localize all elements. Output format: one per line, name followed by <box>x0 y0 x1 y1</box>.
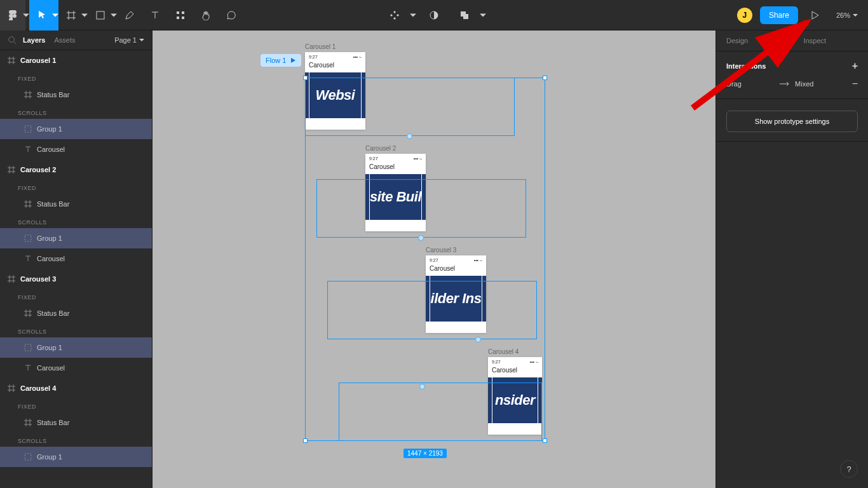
group-icon <box>24 234 32 242</box>
frame-label[interactable]: Carousel 4 <box>488 348 519 355</box>
layer-group-1[interactable]: Group 1 <box>0 447 152 467</box>
chevron-down-icon <box>853 13 858 18</box>
frame-label[interactable]: Carousel 2 <box>365 145 396 152</box>
comment-tool-button[interactable] <box>219 0 244 30</box>
play-icon <box>290 57 296 64</box>
layer-section-scrolls: SCROLLS <box>0 105 152 119</box>
show-prototype-settings-button[interactable]: Show prototype settings <box>726 111 858 132</box>
layer-status-bar[interactable]: Status Bar <box>0 412 152 433</box>
menu-chevron[interactable] <box>23 0 29 30</box>
frame-carousel-1[interactable]: 9:27••• ⏦ Carousel Websi <box>305 52 365 130</box>
svg-rect-11 <box>25 344 31 351</box>
frame-carousel-3[interactable]: 9:27••• ⏦ Carousel ilder Ins <box>426 255 486 333</box>
text-icon <box>24 255 32 262</box>
help-button[interactable]: ? <box>840 460 858 478</box>
frame-icon <box>8 166 15 173</box>
svg-rect-2 <box>182 11 184 14</box>
interactions-title: Interactions <box>726 62 766 70</box>
user-avatar[interactable]: J <box>737 8 752 23</box>
frame-icon <box>8 384 15 392</box>
figma-menu-button[interactable] <box>0 0 25 30</box>
layer-text-carousel[interactable]: Carousel <box>0 139 152 159</box>
frame-icon <box>8 275 15 283</box>
layer-group-1[interactable]: Group 1 <box>0 119 152 139</box>
tab-layers[interactable]: Layers <box>23 36 45 44</box>
tab-prototype[interactable]: Prototype <box>759 37 792 44</box>
frame-label[interactable]: Carousel 3 <box>426 247 456 254</box>
zoom-dropdown[interactable]: 26% <box>831 11 863 19</box>
layer-section-scrolls: SCROLLS <box>0 214 152 228</box>
layer-section-scrolls: SCROLLS <box>0 323 152 337</box>
svg-rect-1 <box>177 11 179 14</box>
svg-rect-9 <box>25 126 31 132</box>
interaction-row[interactable]: Drag Mixed − <box>726 78 858 90</box>
svg-rect-3 <box>177 17 179 19</box>
page-dropdown[interactable]: Page 1 <box>114 36 144 44</box>
inspector-panel: Design Prototype Inspect Interactions + … <box>715 30 868 488</box>
layer-frame-carousel-1[interactable]: Carousel 1 <box>0 50 152 71</box>
hand-icon <box>201 10 211 20</box>
frame-chevron[interactable] <box>81 0 88 30</box>
hand-tool-button[interactable] <box>193 0 219 30</box>
tab-design[interactable]: Design <box>726 37 748 44</box>
canvas[interactable]: Flow 1 Carousel 1 9:27••• ⏦ Carousel Web… <box>153 30 715 488</box>
layer-section-scrolls: SCROLLS <box>0 433 152 447</box>
tab-assets[interactable]: Assets <box>54 36 75 44</box>
svg-point-8 <box>9 37 15 43</box>
layer-section-fixed: FIXED <box>0 289 152 303</box>
layer-frame-carousel-4[interactable]: Carousel 4 <box>0 378 152 398</box>
chevron-down-icon <box>139 37 144 43</box>
svg-rect-4 <box>182 17 184 19</box>
flow-badge[interactable]: Flow 1 <box>261 54 301 67</box>
resources-button[interactable] <box>168 0 193 30</box>
layers-panel: Layers Assets Page 1 Carousel 1 FIXED St… <box>0 30 153 488</box>
layer-text-carousel[interactable]: Carousel <box>0 248 152 269</box>
group-icon <box>24 125 32 133</box>
components-button[interactable] <box>382 0 407 30</box>
layer-section-fixed: FIXED <box>0 180 152 194</box>
layer-frame-carousel-3[interactable]: Carousel 3 <box>0 269 152 289</box>
pen-tool-button[interactable] <box>117 0 142 30</box>
frame-carousel-4[interactable]: 9:27••• ⏦ Carousel nsider <box>488 357 542 435</box>
layer-text-carousel[interactable]: Carousel <box>0 358 152 378</box>
svg-rect-10 <box>25 235 31 241</box>
shape-chevron[interactable] <box>111 0 117 30</box>
search-icon[interactable] <box>8 36 17 44</box>
add-interaction-button[interactable]: + <box>852 60 858 72</box>
remove-interaction-button[interactable]: − <box>852 78 858 90</box>
layer-frame-carousel-2[interactable]: Carousel 2 <box>0 159 152 180</box>
cursor-icon <box>37 10 47 20</box>
resources-icon <box>175 10 186 20</box>
frame-icon <box>8 57 15 64</box>
layer-status-bar[interactable]: Status Bar <box>0 194 152 214</box>
prototype-node[interactable] <box>407 133 412 139</box>
frame-icon <box>24 419 32 426</box>
zoom-value: 26% <box>836 11 850 19</box>
boolean-button[interactable] <box>452 0 477 30</box>
boolean-chevron[interactable] <box>480 0 486 30</box>
components-chevron[interactable] <box>410 0 416 30</box>
shape-tool-button[interactable] <box>88 0 113 30</box>
selection-dimensions: 1447 × 2193 <box>403 449 447 458</box>
boolean-icon <box>459 10 470 20</box>
group-icon <box>24 453 32 461</box>
tab-inspect[interactable]: Inspect <box>804 37 826 44</box>
move-chevron[interactable] <box>52 0 58 30</box>
mask-button[interactable] <box>421 0 447 30</box>
frame-label[interactable]: Carousel 1 <box>305 43 336 50</box>
share-button[interactable]: Share <box>760 6 798 24</box>
present-button[interactable] <box>806 0 824 30</box>
text-tool-button[interactable] <box>142 0 168 30</box>
prototype-node[interactable] <box>418 235 424 241</box>
layer-group-1[interactable]: Group 1 <box>0 228 152 248</box>
frame-tool-button[interactable] <box>58 0 84 30</box>
prototype-node[interactable] <box>419 384 425 390</box>
layer-status-bar[interactable]: Status Bar <box>0 85 152 105</box>
layer-section-fixed: FIXED <box>0 398 152 412</box>
frame-carousel-2[interactable]: 9:27••• ⏦ Carousel site Buil <box>365 154 426 231</box>
move-tool-button[interactable] <box>29 0 55 30</box>
frame-icon <box>66 10 76 20</box>
layer-status-bar[interactable]: Status Bar <box>0 303 152 323</box>
layer-group-1[interactable]: Group 1 <box>0 337 152 358</box>
prototype-node[interactable] <box>475 337 481 342</box>
